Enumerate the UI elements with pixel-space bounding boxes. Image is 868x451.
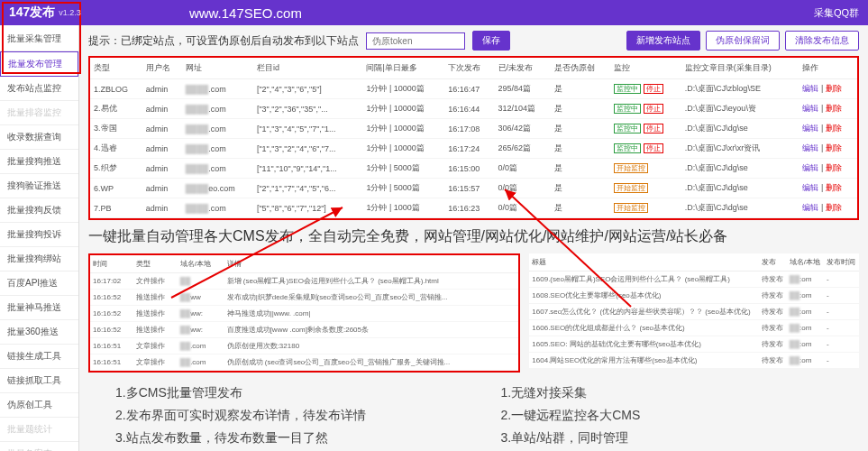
log-row: 16:16:51文章操作██.com伪原创成功 (seo查词seo公司_百度se… — [90, 354, 518, 371]
app-header: 147发布 v1.2.3 www.147SEO.com 采集QQ群 — [0, 0, 868, 25]
sidebar-item[interactable]: 批量发布管理 — [0, 51, 78, 77]
feature-item: 1.多CMS批量管理发布 — [115, 382, 474, 404]
log-right-table: 标题发布域名/本地发布时间 1609.(seo黑帽工具)SEO会运用到些什么工具… — [529, 253, 859, 369]
sidebar-item[interactable]: 百度API推送 — [0, 272, 78, 296]
table-row: 6.WPadmin████eo.com["2","1","7","4","5",… — [90, 179, 857, 198]
token-input[interactable] — [366, 32, 465, 50]
table-row: 7.PBadmin████.com["5","8","6","7","12"]1… — [90, 198, 857, 218]
sidebar-item: 批量备案查 — [0, 442, 78, 451]
log-row: 16:16:52推送操作██ww发布成功|织梦dede采集规则(seo查词seo… — [90, 290, 518, 306]
sidebar: 批量采集管理批量发布管理发布站点监控批量排容监控收录数据查询批量搜狗推送搜狗验证… — [0, 25, 79, 451]
header-url: www.147SEO.com — [189, 5, 302, 21]
log-row: 1604.网站SEO优化的常用方法有哪些(seo基本优化)待发布██:om- — [529, 353, 859, 369]
edit-link[interactable]: 编辑 — [802, 84, 818, 93]
app-version: v1.2.3 — [59, 8, 81, 17]
app-title: 147发布 — [9, 5, 55, 21]
sidebar-item[interactable]: 批量360推送 — [0, 320, 78, 345]
delete-link[interactable]: 删除 — [826, 203, 842, 212]
add-site-button[interactable]: 新增发布站点 — [626, 31, 700, 51]
delete-link[interactable]: 删除 — [826, 183, 842, 192]
sidebar-item[interactable]: 批量搜狗推送 — [0, 150, 78, 174]
log-row: 16:16:51文章操作██.com伪原创使用次数:32180 — [90, 338, 518, 354]
table-row: 4.迅睿admin████.com["1","3","2","4","6","7… — [90, 139, 857, 159]
col-header: 间隔|单日最多 — [362, 58, 444, 79]
feature-item: 3.单站/站群，同时管理 — [501, 427, 860, 449]
log-row: 1607.seo怎么优化？ (优化的内容是些状类容呢）？？ (seo基本优化)待… — [529, 304, 859, 320]
col-header: 监控 — [610, 58, 681, 79]
sidebar-item[interactable]: 链接生成工具 — [0, 345, 78, 369]
sidebar-item[interactable]: 伪原创工具 — [0, 393, 78, 418]
delete-link[interactable]: 删除 — [826, 163, 842, 172]
sidebar-item[interactable]: 批量搜狗投诉 — [0, 223, 78, 247]
log-left-table: 时间类型域名/本地详情 16:17:02文件操作██新增 (seo黑帽工具)SE… — [90, 255, 518, 371]
log-row: 16:16:52推送操作██ww:百度推送成功[www .com]剩余条数度:2… — [90, 322, 518, 338]
col-header: 下次发布 — [444, 58, 494, 79]
feature-item: 2.发布界面可实时观察发布详情，待发布详情 — [115, 404, 474, 427]
feature-item: 3.站点发布数量，待发布数量一目了然 — [115, 427, 474, 449]
col-header: 操作 — [799, 58, 857, 79]
table-row: 2.易优admin████.com["3","2","36","35","...… — [90, 99, 857, 119]
feature-item: 2.一键远程监控各大CMS — [501, 404, 860, 427]
publish-sites-table: 类型用户名网址栏目id间隔|单日最多下次发布已/未发布是否伪原创监控监控文章目录… — [90, 58, 857, 218]
qq-group-link[interactable]: 采集QQ群 — [814, 6, 859, 20]
banner-text: 一键批量自动管理各大CMS发布，全自动完全免费，网站管理/网站优化/网站维护/网… — [88, 227, 859, 246]
sidebar-item[interactable]: 批量采集管理 — [0, 27, 78, 51]
sidebar-item[interactable]: 收录数据查询 — [0, 125, 78, 150]
col-header: 监控文章目录(采集目录) — [681, 58, 799, 79]
delete-link[interactable]: 删除 — [826, 143, 842, 152]
sidebar-item: 批量排容监控 — [0, 101, 78, 125]
features: 1.多CMS批量管理发布2.发布界面可实时观察发布详情，待发布详情3.站点发布数… — [88, 382, 859, 451]
sidebar-item[interactable]: 搜狗验证推送 — [0, 174, 78, 198]
delete-link[interactable]: 删除 — [826, 84, 842, 93]
log-row: 1608.SEO优化主要靠哪些(seo基本优化)待发布██:om- — [529, 288, 859, 304]
log-row: 16:16:52推送操作██ww:神马推送成功||www. .com| — [90, 306, 518, 322]
edit-link[interactable]: 编辑 — [802, 143, 818, 152]
tip-bar: 提示：已绑定站点，可设置伪原创后自动发布到以下站点 保存 新增发布站点 伪原创保… — [88, 31, 859, 51]
table-row: 5.织梦admin████.com["11","10","9","14","1.… — [90, 159, 857, 179]
edit-link[interactable]: 编辑 — [802, 163, 818, 172]
table-row: 1.ZBLOGadmin████.com["2","4","3","6","5"… — [90, 79, 857, 99]
edit-link[interactable]: 编辑 — [802, 104, 818, 113]
sidebar-item[interactable]: 批量搜狗绑站 — [0, 247, 78, 272]
table-row: 3.帝国admin████.com["1","3","4","5","7","1… — [90, 119, 857, 139]
delete-link[interactable]: 删除 — [826, 104, 842, 113]
log-row: 16:17:02文件操作██新增 (seo黑帽工具)SEO会运用到些什么工具？ … — [90, 273, 518, 290]
log-row: 1609.(seo黑帽工具)SEO会运用到些什么工具？ (seo黑帽工具)待发布… — [529, 272, 859, 288]
log-row: 1605.SEO: 网站的基础优化主要有哪些(seo基本优化)待发布██:om- — [529, 336, 859, 353]
pseudo-words-button[interactable]: 伪原创保留词 — [706, 31, 780, 51]
col-header: 栏目id — [253, 58, 363, 79]
col-header: 类型 — [90, 58, 142, 79]
sidebar-item[interactable]: 批量搜狗反馈 — [0, 198, 78, 223]
col-header: 已/未发布 — [495, 58, 551, 79]
sidebar-item[interactable]: 批量神马推送 — [0, 296, 78, 320]
col-header: 是否伪原创 — [551, 58, 611, 79]
feature-item: 1.无缝对接采集 — [501, 382, 860, 404]
clear-info-button[interactable]: 清除发布信息 — [785, 31, 859, 51]
sidebar-item[interactable]: 链接抓取工具 — [0, 369, 78, 393]
delete-link[interactable]: 删除 — [826, 124, 842, 133]
log-row: 1606.SEO的优化组成都是什么？ (seo基本优化)待发布██:om- — [529, 320, 859, 336]
edit-link[interactable]: 编辑 — [802, 124, 818, 133]
edit-link[interactable]: 编辑 — [802, 203, 818, 212]
col-header: 网址 — [182, 58, 253, 79]
edit-link[interactable]: 编辑 — [802, 183, 818, 192]
save-button[interactable]: 保存 — [472, 31, 510, 51]
sidebar-item: 批量题统计 — [0, 418, 78, 442]
col-header: 用户名 — [142, 58, 182, 79]
sidebar-item[interactable]: 发布站点监控 — [0, 77, 78, 101]
tip-text: 提示：已绑定站点，可设置伪原创后自动发布到以下站点 — [88, 33, 359, 49]
